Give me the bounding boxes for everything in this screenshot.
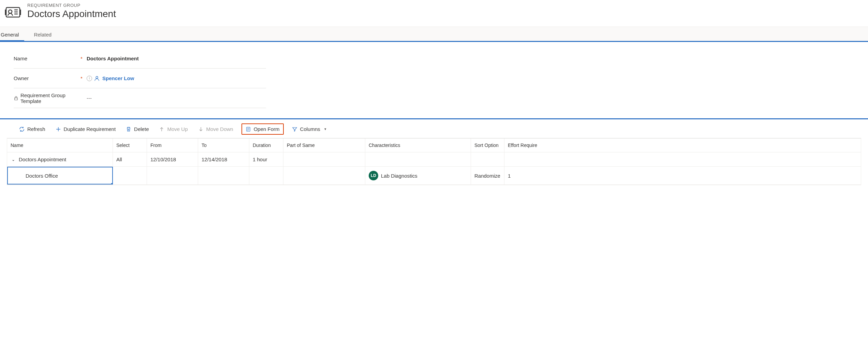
cell-name[interactable]: ⌄ Doctors Appointment	[7, 152, 113, 166]
page-title: Doctors Appointment	[27, 9, 116, 19]
field-value-name[interactable]: Doctors Appointment	[87, 56, 139, 61]
refresh-button[interactable]: Refresh	[17, 125, 47, 133]
field-value-template: ---	[87, 95, 92, 101]
field-label-template: Requirement Group Template	[14, 92, 80, 104]
cell-sort-option[interactable]: Randomize	[471, 167, 504, 184]
grid-header-row: Name Select From To Duration Part of Sam…	[7, 138, 861, 152]
plus-icon	[56, 127, 61, 132]
arrow-up-icon	[159, 127, 164, 132]
field-row-template: Requirement Group Template ---	[14, 88, 266, 108]
cell-effort-required[interactable]: 1	[504, 167, 861, 184]
entity-type-label: REQUIREMENT GROUP	[27, 3, 116, 8]
col-header-effort-required[interactable]: Effort Require	[504, 138, 861, 152]
move-up-button: Move Up	[157, 125, 190, 133]
chevron-down-icon: ▾	[324, 127, 326, 131]
cell-name[interactable]: Doctors Office	[7, 167, 113, 184]
tab-general[interactable]: General	[0, 27, 24, 41]
tab-related[interactable]: Related	[34, 27, 57, 41]
cell-select[interactable]: All	[113, 152, 147, 166]
grid-toolbar: Refresh Duplicate Requirement Delete Mov…	[0, 119, 868, 138]
cell-select[interactable]	[113, 167, 147, 184]
cell-characteristics[interactable]	[365, 152, 471, 166]
cell-from[interactable]: 12/10/2018	[147, 152, 198, 166]
grid-row[interactable]: Doctors Office LD Lab Diagnostics Random…	[7, 167, 861, 185]
cell-duration[interactable]: 1 hour	[249, 152, 283, 166]
cell-sort-option[interactable]	[471, 152, 504, 166]
col-header-to[interactable]: To	[198, 138, 249, 152]
col-header-sort-option[interactable]: Sort Option	[471, 138, 504, 152]
col-header-select[interactable]: Select	[113, 138, 147, 152]
trash-icon	[126, 127, 131, 132]
required-asterisk: *	[80, 56, 87, 61]
chevron-down-icon[interactable]: ⌄	[11, 157, 16, 162]
open-form-button[interactable]: Open Form	[241, 123, 284, 135]
required-asterisk: *	[80, 75, 87, 81]
cell-to[interactable]: 12/14/2018	[198, 152, 249, 166]
duplicate-requirement-button[interactable]: Duplicate Requirement	[54, 125, 118, 133]
cell-characteristics[interactable]: LD Lab Diagnostics	[365, 167, 471, 184]
arrow-down-icon	[198, 127, 204, 132]
form-section-general: Name * Doctors Appointment Owner * i Spe…	[0, 41, 868, 118]
delete-button[interactable]: Delete	[124, 125, 151, 133]
filter-icon	[292, 127, 297, 132]
svg-point-1	[9, 10, 12, 13]
cell-effort-required[interactable]	[504, 152, 861, 166]
field-row-owner[interactable]: Owner * i Spencer Low	[14, 69, 266, 88]
person-icon	[94, 76, 100, 81]
col-header-duration[interactable]: Duration	[249, 138, 283, 152]
cell-duration[interactable]	[249, 167, 283, 184]
refresh-icon	[19, 127, 25, 132]
cell-part-of-same[interactable]	[283, 167, 365, 184]
lock-icon	[14, 96, 18, 101]
col-header-from[interactable]: From	[147, 138, 198, 152]
cell-to[interactable]	[198, 167, 249, 184]
form-icon	[246, 127, 251, 132]
characteristics-text: Lab Diagnostics	[381, 173, 417, 179]
field-label-owner: Owner	[14, 75, 80, 81]
grid-row[interactable]: ⌄ Doctors Appointment All 12/10/2018 12/…	[7, 152, 861, 167]
row-name-text: Doctors Appointment	[19, 157, 66, 162]
move-down-button: Move Down	[196, 125, 235, 133]
col-header-characteristics[interactable]: Characteristics	[365, 138, 471, 152]
col-header-part-of-same[interactable]: Part of Same	[283, 138, 365, 152]
row-name-text: Doctors Office	[11, 173, 58, 179]
columns-button[interactable]: Columns ▾	[290, 125, 328, 133]
cell-part-of-same[interactable]	[283, 152, 365, 166]
col-header-name[interactable]: Name	[7, 138, 113, 152]
info-icon[interactable]: i	[87, 76, 92, 81]
svg-rect-8	[15, 98, 18, 100]
avatar: LD	[369, 171, 378, 180]
field-value-owner[interactable]: Spencer Low	[94, 75, 134, 81]
requirements-grid-section: Refresh Duplicate Requirement Delete Mov…	[0, 118, 868, 185]
requirements-grid: Name Select From To Duration Part of Sam…	[7, 138, 861, 185]
entity-icon	[5, 4, 21, 20]
page-header: REQUIREMENT GROUP Doctors Appointment	[0, 0, 868, 27]
cell-from[interactable]	[147, 167, 198, 184]
field-label-name: Name	[14, 56, 80, 61]
svg-point-7	[96, 76, 98, 78]
owner-link-text[interactable]: Spencer Low	[102, 75, 134, 81]
field-row-name[interactable]: Name * Doctors Appointment	[14, 49, 266, 69]
tab-bar: General Related	[0, 27, 868, 41]
